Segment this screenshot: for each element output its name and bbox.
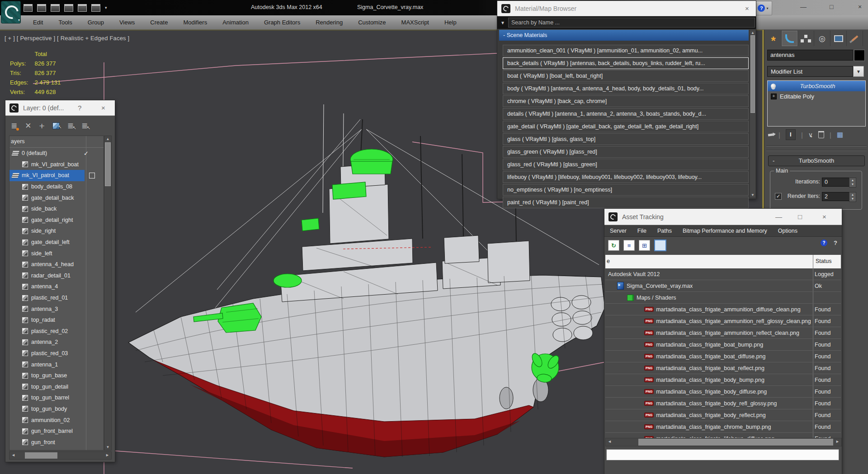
toolbar-overflow-icon[interactable]: ▾ — [105, 5, 107, 10]
asset-row[interactable]: PNGmartadinata_class_frigate_boat_diffus… — [605, 351, 841, 362]
context-help-icon[interactable]: ? — [834, 239, 837, 246]
current-layer-box-icon[interactable] — [89, 173, 95, 178]
material-row[interactable]: ammunition_clean_001 ( VRayMtl ) [ammuni… — [503, 45, 749, 56]
add-layer-icon[interactable]: + — [39, 122, 45, 130]
layer-row[interactable]: 0 (default)✓ — [9, 148, 104, 159]
tab-display[interactable] — [830, 31, 847, 46]
asset-menu-paths[interactable]: Paths — [657, 228, 672, 234]
modifier-list-dropdown[interactable]: Modifier List — [767, 66, 853, 77]
asset-row[interactable]: PNGmartadinata_class_frigate_ammunition_… — [605, 304, 841, 315]
layer-row[interactable]: plastic_red_01 — [9, 292, 104, 304]
layer-row[interactable]: mk_VI_patrol_boat — [9, 170, 85, 181]
search-input[interactable] — [508, 18, 755, 28]
menu-modifiers[interactable]: Modifiers — [175, 19, 215, 26]
tree-view-icon[interactable]: ⊞ — [639, 240, 650, 251]
open-file-icon[interactable] — [24, 4, 33, 12]
project-folder-icon[interactable] — [91, 4, 100, 12]
asset-row[interactable]: PNGmartadinata_class_frigate_boat_reflec… — [605, 362, 841, 374]
show-end-result-icon[interactable]: I — [786, 129, 796, 140]
object-name-field[interactable]: antennas — [767, 50, 853, 61]
maximize-button[interactable]: □ — [830, 4, 833, 10]
asset-row[interactable]: PNGmartadinata_class_frigate_chrome_bump… — [605, 421, 841, 433]
configure-modifier-sets-icon[interactable]: ▦ — [837, 131, 843, 139]
asset-tracking-titlebar[interactable]: Asset Tracking — □ × — [604, 209, 842, 225]
layer-row[interactable]: side_back — [9, 203, 104, 215]
layer-row[interactable]: antenna_3 — [9, 303, 104, 314]
menu-group[interactable]: Group — [80, 19, 112, 26]
asset-table-header[interactable]: e Status — [605, 255, 841, 268]
layer-row[interactable]: gate_detail_right — [9, 215, 104, 226]
menu-views[interactable]: Views — [112, 19, 142, 26]
layer-dialog-titlebar[interactable]: Layer: 0 (def... ? × — [5, 100, 115, 116]
scroll-up-icon[interactable]: ▲ — [104, 137, 111, 141]
scroll-right-icon[interactable]: ► — [835, 438, 840, 446]
make-unique-icon[interactable]: ∨ — [808, 131, 813, 138]
asset-row[interactable]: Autodesk Vault 2012Logged — [605, 268, 841, 280]
pin-stack-icon[interactable] — [768, 133, 774, 136]
menu-animation[interactable]: Animation — [215, 19, 256, 26]
modifier-enabled-bulb-icon[interactable] — [771, 84, 776, 89]
layer-row[interactable]: antenna_4_head — [9, 259, 104, 270]
material-row[interactable]: glass_green ( VRayMtl ) [glass_red] — [503, 146, 749, 158]
scroll-left-icon[interactable]: ◄ — [11, 452, 15, 459]
menu-create[interactable]: Create — [142, 19, 175, 26]
iterations-spinner[interactable]: ▲▼ — [849, 178, 856, 188]
select-objects-in-layer-icon[interactable]: ≣↖ — [67, 122, 74, 130]
stack-item-turbosmooth[interactable]: TurboSmooth — [768, 81, 865, 91]
material-row[interactable]: paint_red ( VRayMtl ) [paint_red] — [503, 197, 749, 208]
render-iters-spinner[interactable]: ▲▼ — [849, 192, 856, 202]
set-current-layer-icon[interactable]: ≣↖ — [81, 122, 88, 130]
menu-graph-editors[interactable]: Graph Editors — [256, 19, 308, 26]
help-icon[interactable]: ? — [821, 239, 827, 246]
table-view-icon[interactable] — [654, 239, 666, 251]
refresh-icon[interactable]: ↻ — [608, 240, 619, 251]
layer-row[interactable]: gun_front_barrel — [9, 426, 104, 437]
material-row[interactable]: body ( VRayMtl ) [antenna_4, antenna_4_h… — [503, 83, 749, 94]
application-menu-button[interactable]: ▾ — [1, 1, 21, 23]
asset-row[interactable]: PNGmartadinata_class_frigate_body_reflec… — [605, 409, 841, 421]
tab-utilities[interactable] — [847, 31, 863, 46]
infocenter-help-button[interactable]: ? ▾ — [754, 1, 772, 15]
asset-horizontal-scrollbar[interactable]: ◄ ► — [605, 438, 842, 446]
asset-row[interactable]: PNGmartadinata_class_frigate_body_refl_g… — [605, 398, 841, 409]
layer-row[interactable]: side_left — [9, 248, 104, 259]
viewport-label[interactable]: [ + ] [ Perspective ] [ Realistic + Edge… — [5, 35, 129, 42]
modifier-list-arrow-icon[interactable]: ▼ — [853, 66, 864, 77]
collapse-icon[interactable]: - — [773, 156, 774, 166]
layer-row[interactable]: top_gun_detail — [9, 381, 104, 392]
create-new-layer-icon[interactable]: ≣ — [11, 122, 17, 130]
tab-hierarchy[interactable] — [798, 31, 814, 46]
material-row[interactable]: lifebuoy ( VRayMtl ) [lifebuoy, lifebuoy… — [503, 171, 749, 183]
layer-row[interactable]: plastic_red_02 — [9, 326, 104, 337]
layer-horizontal-scrollbar[interactable]: ◄ ► — [9, 451, 112, 460]
layer-row[interactable]: antenna_4 — [9, 281, 104, 292]
menu-maxscript[interactable]: MAXScript — [394, 19, 437, 26]
tab-motion[interactable]: ◎ — [814, 31, 830, 46]
material-row[interactable]: glass_red ( VRayMtl ) [glass_green] — [503, 159, 749, 170]
layer-row[interactable]: radar_detail_01 — [9, 270, 104, 282]
search-options-icon[interactable]: ▼ — [497, 20, 508, 25]
layer-row[interactable]: gun_front — [9, 436, 104, 448]
remove-modifier-icon[interactable] — [818, 131, 824, 138]
material-vertical-scrollbar[interactable]: ▲ ▼ — [750, 30, 756, 198]
turbosmooth-rollout-header[interactable]: - TurboSmooth — [768, 155, 865, 166]
hold-icon[interactable] — [78, 4, 87, 12]
layer-row[interactable]: top_gun_base — [9, 370, 104, 381]
delete-layer-icon[interactable]: ✕ — [25, 122, 31, 130]
asset-menu-server[interactable]: Server — [610, 228, 627, 234]
add-selection-to-layer-icon[interactable]: ↖ — [52, 122, 60, 129]
material-row[interactable]: no_emptiness ( VRayMtl ) [no_emptiness] — [503, 184, 749, 196]
layer-row[interactable]: gate_detail_back — [9, 192, 104, 203]
layer-row[interactable]: side_right — [9, 225, 104, 237]
scroll-right-icon[interactable]: ► — [105, 452, 109, 459]
asset-menu-options[interactable]: Options — [778, 228, 797, 234]
menu-tools[interactable]: Tools — [51, 19, 80, 26]
minimize-icon[interactable]: — — [775, 213, 782, 221]
tab-create[interactable]: * — [765, 31, 782, 46]
asset-row[interactable]: PNGmartadinata_class_frigate_body_bump.p… — [605, 374, 841, 386]
layer-row[interactable]: antenna_2 — [9, 337, 104, 348]
scroll-up-icon[interactable]: ▲ — [750, 31, 755, 35]
iterations-field[interactable]: 0 — [822, 178, 849, 187]
material-row[interactable]: boat ( VRayMtl ) [boat_left, boat_right] — [503, 70, 749, 82]
maximize-icon[interactable]: □ — [798, 213, 802, 221]
